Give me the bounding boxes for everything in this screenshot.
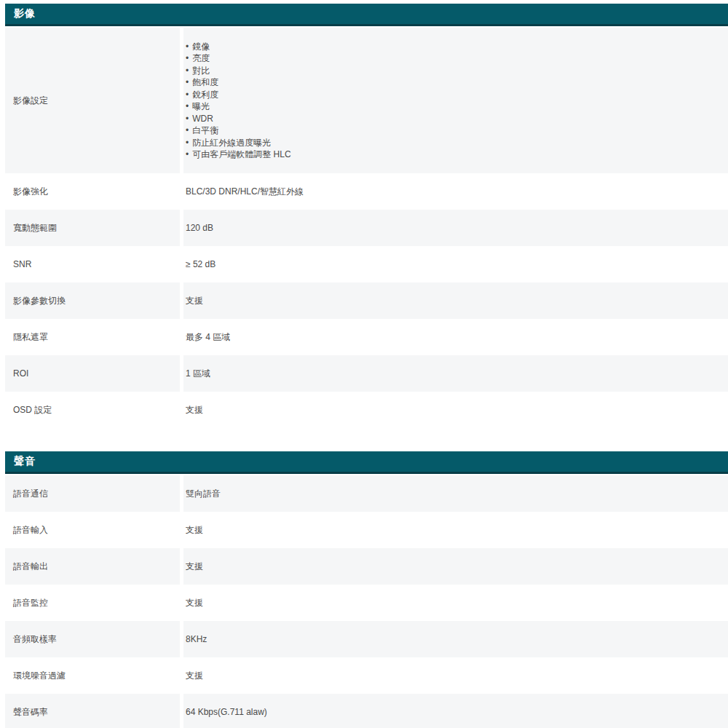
spec-value: 雙向語音: [183, 475, 728, 512]
spec-label: 隱私遮罩: [5, 319, 180, 355]
spec-section: 聲音語音通信雙向語音語音輸入支援語音輸出支援語音監控支援音頻取樣率8KHz環境噪…: [5, 451, 728, 728]
spec-row: OSD 設定支援: [5, 392, 728, 428]
bullet-item: 銳利度: [186, 89, 291, 101]
spec-value: BLC/3D DNR/HLC/智慧紅外線: [183, 173, 728, 210]
spec-value: 120 dB: [183, 210, 728, 246]
bullet-item: 曝光: [186, 100, 291, 113]
spec-value: 支援: [183, 512, 728, 548]
spec-row: 聲音碼率64 Kbps(G.711 alaw): [5, 694, 728, 728]
spec-value: 支援: [183, 585, 728, 621]
spec-value: 支援: [183, 392, 728, 428]
spec-label: 影像參數切換: [5, 282, 180, 319]
bullet-item: WDR: [186, 113, 291, 125]
spec-value: ≥ 52 dB: [183, 246, 728, 282]
bullet-item: 亮度: [186, 52, 291, 65]
section-header: 影像: [5, 4, 728, 26]
spec-row: 影像強化BLC/3D DNR/HLC/智慧紅外線: [5, 173, 728, 210]
spec-row: 影像設定鏡像亮度對比飽和度銳利度曝光WDR白平衡防止紅外線過度曝光可由客戶端軟體…: [5, 28, 728, 173]
spec-row: SNR≥ 52 dB: [5, 246, 728, 282]
spec-value: 支援: [183, 657, 728, 694]
spec-label: 語音監控: [5, 585, 180, 621]
spec-label: OSD 設定: [5, 392, 180, 428]
spec-label: SNR: [5, 246, 180, 282]
feature-bullet-list: 鏡像亮度對比飽和度銳利度曝光WDR白平衡防止紅外線過度曝光可由客戶端軟體調整 H…: [186, 41, 291, 161]
spec-row: 影像參數切換支援: [5, 282, 728, 319]
spec-row: 語音輸入支援: [5, 512, 728, 548]
spec-label: 語音輸出: [5, 548, 180, 585]
bullet-item: 對比: [186, 65, 291, 77]
spec-row: 語音輸出支援: [5, 548, 728, 585]
spec-label: 環境噪音過濾: [5, 657, 180, 694]
spec-value: 最多 4 區域: [183, 319, 728, 355]
spec-table: 語音通信雙向語音語音輸入支援語音輸出支援語音監控支援音頻取樣率8KHz環境噪音過…: [5, 475, 728, 728]
spec-label: 影像設定: [5, 28, 180, 173]
spec-row: 音頻取樣率8KHz: [5, 621, 728, 657]
spec-label: 聲音碼率: [5, 694, 180, 728]
spec-row: 隱私遮罩最多 4 區域: [5, 319, 728, 355]
spec-label: 寬動態範圍: [5, 210, 180, 246]
spec-value: 8KHz: [183, 621, 728, 657]
spec-row: 語音監控支援: [5, 585, 728, 621]
spec-label: 語音通信: [5, 475, 180, 512]
spec-section: 影像影像設定鏡像亮度對比飽和度銳利度曝光WDR白平衡防止紅外線過度曝光可由客戶端…: [5, 4, 728, 428]
spec-label: 影像強化: [5, 173, 180, 210]
section-header: 聲音: [5, 451, 728, 474]
spec-row: 語音通信雙向語音: [5, 475, 728, 512]
spec-table: 影像設定鏡像亮度對比飽和度銳利度曝光WDR白平衡防止紅外線過度曝光可由客戶端軟體…: [5, 28, 728, 428]
spec-value: 支援: [183, 282, 728, 319]
spec-value: 鏡像亮度對比飽和度銳利度曝光WDR白平衡防止紅外線過度曝光可由客戶端軟體調整 H…: [183, 28, 728, 173]
spec-value: 1 區域: [183, 355, 728, 392]
bullet-item: 白平衡: [186, 124, 291, 137]
spec-value: 支援: [183, 548, 728, 585]
spec-label: 音頻取樣率: [5, 621, 180, 657]
spec-row: ROI1 區域: [5, 355, 728, 392]
spec-sheet: 影像影像設定鏡像亮度對比飽和度銳利度曝光WDR白平衡防止紅外線過度曝光可由客戶端…: [5, 4, 728, 728]
bullet-item: 可由客戶端軟體調整 HLC: [186, 149, 291, 161]
spec-row: 環境噪音過濾支援: [5, 657, 728, 694]
bullet-item: 防止紅外線過度曝光: [186, 137, 291, 149]
spec-row: 寬動態範圍120 dB: [5, 210, 728, 246]
spec-value: 64 Kbps(G.711 alaw): [183, 694, 728, 728]
bullet-item: 鏡像: [186, 41, 291, 53]
spec-label: ROI: [5, 355, 180, 392]
spec-label: 語音輸入: [5, 512, 180, 548]
bullet-item: 飽和度: [186, 76, 291, 89]
